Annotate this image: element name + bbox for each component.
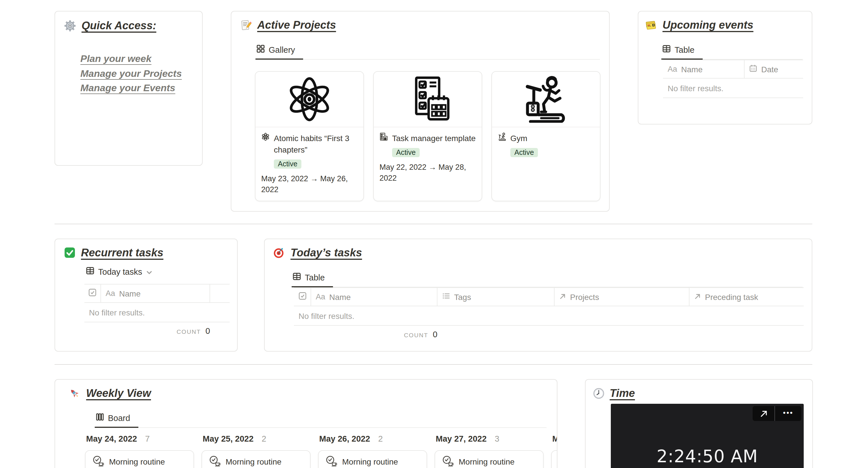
recurrent-tasks-title: Recurrent tasks — [81, 246, 163, 259]
count-row[interactable]: COUNT 0 — [84, 326, 210, 336]
project-card-title: Gym — [510, 132, 594, 144]
project-card-title: Atomic habits “First 3 chapters” — [274, 132, 358, 156]
clock-embed-widget[interactable]: ••• 2:24:50 AM — [611, 404, 804, 468]
board-column-date[interactable]: May 26, 2022 — [319, 434, 370, 443]
tab-gallery[interactable]: Gallery — [255, 40, 303, 60]
weekly-view-title: Weekly View — [86, 387, 151, 400]
column-header-checkbox[interactable] — [294, 288, 311, 306]
column-header-name[interactable]: Aa Name — [101, 285, 210, 302]
tab-board-label: Board — [108, 413, 130, 423]
board-icon — [96, 413, 104, 423]
calendar-icon — [749, 64, 757, 74]
project-card-gym[interactable]: Gym Active — [491, 71, 600, 201]
dart-icon — [273, 247, 285, 259]
clock-coffee-icon — [92, 455, 104, 468]
arrow-ne-icon — [694, 292, 701, 301]
text-icon: Aa — [316, 293, 325, 301]
chevron-down-icon — [146, 267, 152, 276]
text-icon: Aa — [105, 289, 115, 298]
tab-table[interactable]: Table — [661, 40, 702, 60]
empty-results-row: No filter results. — [84, 303, 229, 322]
time-card: Time ••• 2:24:50 AM — [585, 379, 813, 468]
column-header-name[interactable]: Aa Name — [663, 60, 745, 78]
board-card-label: Morning routine — [459, 457, 515, 466]
board-column-may-25: May 25, 2022 2 Morning routine — [202, 434, 311, 468]
column-header-tags[interactable]: Tags — [437, 288, 555, 306]
checklist-calendar-icon — [379, 132, 391, 144]
active-projects-card: Active Projects Gallery — [231, 11, 610, 212]
board-column-date[interactable]: M — [552, 434, 557, 443]
board-card-morning-routine[interactable]: Morning routine — [435, 450, 544, 468]
clock-coffee-icon — [209, 455, 220, 468]
more-options-button[interactable]: ••• — [775, 406, 801, 421]
weekly-view-card: Weekly View Board May 24, 2022 7 — [55, 379, 557, 468]
list-icon — [442, 292, 450, 302]
checkbox-icon — [88, 289, 96, 298]
arrow-ne-icon — [559, 292, 566, 301]
board-column-count: 2 — [378, 434, 383, 443]
table-icon — [86, 267, 94, 276]
link-plan-your-week[interactable]: Plan your week — [81, 52, 152, 66]
atom-icon — [261, 132, 273, 156]
active-projects-title: Active Projects — [257, 19, 336, 32]
todays-tasks-card: Today’s tasks Table — [264, 239, 812, 352]
gear-icon — [64, 20, 76, 32]
board-columns: May 24, 2022 7 Morning routine — [85, 434, 557, 468]
atom-illustration — [255, 72, 363, 127]
empty-results-row: No filter results. — [294, 306, 804, 326]
column-header-date[interactable]: Date — [745, 60, 803, 78]
board-card-label: Morning routine — [226, 457, 282, 466]
column-header-projects[interactable]: Projects — [555, 288, 689, 306]
board-column-date[interactable]: May 25, 2022 — [203, 434, 253, 443]
board-column-date[interactable]: May 24, 2022 — [86, 434, 137, 443]
clock-coffee-icon — [326, 455, 337, 468]
tab-table-label: Table — [675, 45, 694, 54]
board-card-partial[interactable] — [551, 450, 557, 468]
memo-icon — [240, 20, 251, 31]
view-selector-label: Today tasks — [98, 267, 142, 276]
clock-coffee-icon — [442, 455, 454, 468]
tab-table-label: Table — [305, 273, 324, 282]
project-card-atomic-habits[interactable]: Atomic habits “First 3 chapters” Active … — [255, 71, 364, 201]
arrow-ne-icon — [759, 409, 768, 418]
quick-access-card: Quick Access: Plan your week Manage your… — [55, 11, 203, 166]
project-card-task-manager[interactable]: Task manager template Active May 22, 202… — [373, 71, 482, 201]
checkbox-icon — [298, 292, 306, 302]
project-dates: May 22, 2022 → May 28, 2022 — [379, 162, 476, 183]
board-column-partial: M — [551, 434, 557, 468]
empty-results-row: No filter results. — [663, 78, 803, 98]
board-column-date[interactable]: May 27, 2022 — [436, 434, 487, 443]
board-card-morning-routine[interactable]: Morning routine — [318, 450, 427, 468]
upcoming-events-title: Upcoming events — [662, 19, 753, 32]
link-manage-your-projects[interactable]: Manage your Projects — [81, 66, 182, 81]
tickets-icon — [645, 20, 657, 31]
tab-board[interactable]: Board — [95, 408, 138, 428]
board-card-morning-routine[interactable]: Morning routine — [85, 450, 194, 468]
task-manager-illustration — [374, 72, 482, 127]
tab-gallery-label: Gallery — [269, 45, 295, 54]
divider — [55, 364, 812, 365]
board-column-may-24: May 24, 2022 7 Morning routine — [85, 434, 194, 468]
green-check-icon — [64, 247, 76, 259]
column-header-name[interactable]: Aa Name — [311, 288, 437, 306]
board-column-count: 2 — [261, 434, 266, 443]
board-card-morning-routine[interactable]: Morning routine — [202, 450, 311, 468]
recurrent-tasks-card: Recurrent tasks Today tasks — [55, 239, 238, 352]
gallery-icon — [257, 45, 265, 55]
project-card-title: Task manager template — [392, 132, 476, 144]
rocket-icon — [69, 388, 81, 399]
divider — [55, 224, 812, 224]
board-column-count: 7 — [145, 434, 150, 443]
view-selector-today-tasks[interactable]: Today tasks — [86, 267, 152, 276]
open-in-new-button[interactable] — [753, 406, 774, 421]
column-header-checkbox[interactable] — [84, 285, 101, 302]
count-row[interactable]: COUNT 0 — [294, 330, 437, 339]
dashboard-page: Quick Access: Plan your week Manage your… — [0, 0, 868, 468]
upcoming-events-card: Upcoming events Table Aa Name — [638, 11, 812, 125]
column-header-preceding-task[interactable]: Preceding task — [689, 288, 804, 306]
table-icon — [662, 45, 671, 55]
link-manage-your-events[interactable]: Manage your Events — [81, 81, 175, 96]
time-title: Time — [610, 387, 635, 400]
tab-table[interactable]: Table — [291, 267, 333, 287]
digital-clock-readout: 2:24:50 AM — [611, 446, 804, 466]
